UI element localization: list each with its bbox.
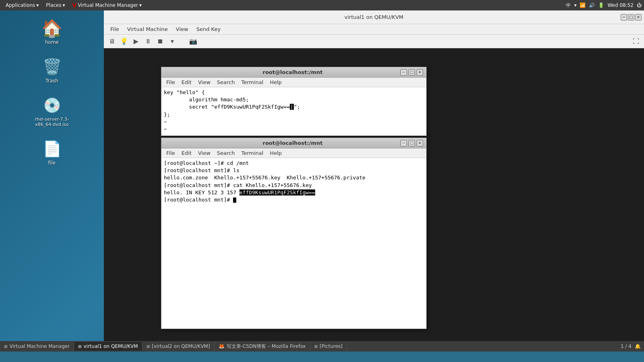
term-lower-menu-file[interactable]: File (163, 149, 178, 157)
toolbar-right: ⛶ (630, 36, 642, 47)
taskbar-right: 1 / 4 🔔 (617, 343, 644, 349)
applications-label: Applications (6, 2, 35, 8)
trash-icon-label: Trash (45, 78, 58, 84)
taskbar-virtual1-label: virtual1 on QEMU/KVM (83, 343, 138, 349)
term-lower-menu-view[interactable]: View (195, 149, 214, 157)
toolbar-stop-btn[interactable]: ⏹ (155, 36, 166, 47)
terminal-upper-close[interactable]: ✕ (417, 69, 423, 76)
taskbar-notification-icon[interactable]: 🔔 (635, 343, 641, 349)
taskbar-virtual2[interactable]: ⊞ [virtual2 on QEMU/KVM] (142, 342, 215, 351)
battery-icon: 🔋 (598, 2, 604, 8)
toolbar-dropdown-btn[interactable]: ▾ (167, 36, 178, 47)
term-lower-menu-search[interactable]: Search (214, 149, 238, 157)
vmm-win-controls: ─ □ ✕ (621, 14, 642, 21)
term-upper-menu-view[interactable]: View (195, 78, 214, 86)
terminal-window-lower: root@localhost:/mnt ─ □ ✕ File Edit View… (161, 138, 427, 329)
toolbar-fullscreen-btn[interactable]: ⛶ (630, 36, 642, 47)
page-indicator: 1 / 4 (621, 343, 632, 349)
taskbar-virtual1-icon: ⊞ (78, 344, 81, 349)
terminal-window-upper: root@localhost:/mnt ─ □ ✕ File Edit View… (161, 67, 427, 136)
toolbar-light-btn[interactable]: 💡 (118, 36, 130, 47)
desktop-icon-file[interactable]: 📄 file (34, 139, 70, 166)
vmm-close-btn[interactable]: ✕ (635, 14, 642, 21)
terminal-upper-titlebar: root@localhost:/mnt ─ □ ✕ (161, 67, 426, 78)
term-lower-menu-help[interactable]: Help (266, 149, 285, 157)
vmm-menu-virtual-machine[interactable]: Virtual Machine (123, 25, 172, 33)
terminal-upper-maximize[interactable]: □ (409, 69, 415, 76)
top-panel: Applications ▾ Places ▾ V Virtual Machin… (0, 0, 644, 10)
term-upper-menu-edit[interactable]: Edit (178, 78, 195, 86)
term-upper-menu-terminal[interactable]: Terminal (238, 78, 266, 86)
vmm-menu[interactable]: V Virtual Machine Manager ▾ (69, 1, 145, 9)
taskbar-vmm-label: Virtual Machine Manager (9, 343, 70, 349)
term-upper-menu-file[interactable]: File (163, 78, 178, 86)
top-panel-right: 中 ▾ 📶 🔊 🔋 Wed 08:52 ⏻ (566, 2, 642, 9)
vmm-menu-file[interactable]: File (106, 25, 123, 33)
lang-indicator[interactable]: 中 (566, 2, 571, 9)
taskbar: ⊞ Virtual Machine Manager ⊞ virtual1 on … (0, 341, 644, 352)
home-icon-label: home (45, 39, 59, 45)
power-icon[interactable]: ⏻ (637, 2, 642, 8)
vmm-minimize-btn[interactable]: ─ (621, 14, 627, 21)
terminal-lower-close[interactable]: ✕ (417, 140, 423, 146)
places-arrow: ▾ (63, 2, 65, 8)
taskbar-virtual2-label: [virtual2 on QEMU/KVM] (152, 343, 210, 349)
taskbar-virtual2-icon: ⊞ (147, 344, 150, 349)
terminal-upper-content: key "hello" { algorithm hmac-md5; secret… (161, 87, 426, 136)
toolbar-play-btn[interactable]: ▶ (130, 36, 142, 47)
clock: Wed 08:52 (607, 2, 634, 8)
file-icon: 📄 (42, 139, 62, 158)
taskbar-vmm[interactable]: ⊞ Virtual Machine Manager (0, 342, 74, 351)
term-lower-menu-edit[interactable]: Edit (178, 149, 195, 157)
vmm-arrow: ▾ (139, 2, 142, 8)
places-menu[interactable]: Places ▾ (43, 2, 68, 9)
network-icon: 📶 (580, 2, 586, 8)
toolbar-monitor-btn[interactable]: 🖥 (106, 36, 118, 47)
terminal-lower-win-btns: ─ □ ✕ (400, 140, 423, 146)
desktop-icon-trash[interactable]: 🗑️ Trash (34, 57, 70, 84)
taskbar-vmm-icon: ⊞ (4, 344, 7, 349)
vmm-window-title: virtual1 on QEMU/KVM (345, 14, 404, 20)
taskbar-firefox-label: 写文章-CSDN博客 – Mozilla Firefox (227, 343, 306, 350)
vmm-icon: V (72, 2, 77, 8)
taskbar-pictures-label: [Pictures] (320, 343, 343, 349)
desktop-icon-iso[interactable]: 💿 rhel-server-7.3-x86_64-dvd.iso (34, 96, 70, 127)
terminal-lower-menubar: File Edit View Search Terminal Help (161, 148, 426, 158)
terminal-lower-content: [root@localhost ~]# cd /mnt [root@localh… (161, 158, 426, 319)
applications-arrow: ▾ (36, 2, 39, 8)
home-icon: 🏠 (42, 19, 62, 38)
term-upper-menu-help[interactable]: Help (266, 78, 285, 86)
toolbar-screenshot-btn[interactable]: 📷 (188, 36, 199, 47)
places-label: Places (46, 2, 61, 8)
vmm-menu-bar: File Virtual Machine View Send Key (104, 24, 644, 35)
term-lower-menu-terminal[interactable]: Terminal (238, 149, 266, 157)
top-panel-left: Applications ▾ Places ▾ V Virtual Machin… (2, 1, 145, 9)
vmm-menu-send-key[interactable]: Send Key (192, 25, 225, 33)
terminal-lower-minimize[interactable]: ─ (400, 140, 407, 146)
terminal-upper-menubar: File Edit View Search Terminal Help (161, 78, 426, 87)
vmm-menu-view[interactable]: View (172, 25, 192, 33)
taskbar-virtual1[interactable]: ⊞ virtual1 on QEMU/KVM (74, 342, 142, 351)
disc-icon: 💿 (42, 96, 62, 115)
term-upper-menu-search[interactable]: Search (214, 78, 238, 86)
terminal-upper-title: root@localhost:/mnt (263, 69, 323, 75)
terminal-lower-title: root@localhost:/mnt (263, 140, 323, 146)
file-icon-label: file (48, 160, 56, 166)
vmm-toolbar: 🖥 💡 ▶ ⏸ ⏹ ▾ 📷 ⛶ (104, 35, 644, 48)
vmm-maximize-btn[interactable]: □ (628, 14, 634, 21)
taskbar-pictures-icon: ⊞ (314, 344, 318, 349)
terminal-upper-win-btns: ─ □ ✕ (400, 69, 423, 76)
taskbar-firefox-icon: 🦊 (219, 343, 225, 349)
volume-icon: 🔊 (589, 2, 595, 8)
vmm-title-bar: virtual1 on QEMU/KVM ─ □ ✕ (104, 10, 644, 24)
applications-menu[interactable]: Applications ▾ (2, 2, 42, 9)
iso-icon-label: rhel-server-7.3-x86_64-dvd.iso (32, 117, 72, 127)
desktop-icon-home[interactable]: 🏠 home (34, 19, 70, 45)
trash-icon: 🗑️ (42, 57, 62, 76)
terminal-upper-minimize[interactable]: ─ (400, 69, 407, 76)
terminal-lower-maximize[interactable]: □ (409, 140, 415, 146)
taskbar-pictures[interactable]: ⊞ [Pictures] (310, 342, 347, 351)
taskbar-firefox[interactable]: 🦊 写文章-CSDN博客 – Mozilla Firefox (215, 342, 310, 351)
toolbar-pause-btn[interactable]: ⏸ (142, 36, 154, 47)
vmm-label: Virtual Machine Manager (78, 2, 138, 8)
